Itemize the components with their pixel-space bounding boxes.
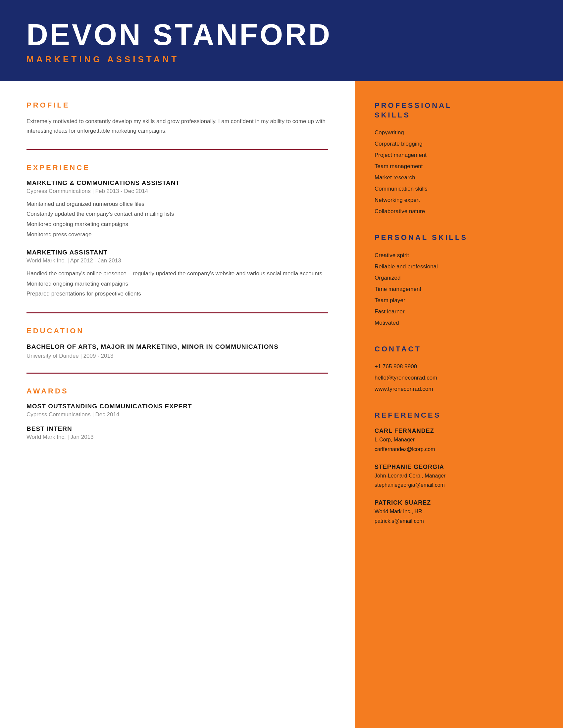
list-item: Market research — [375, 172, 543, 183]
list-item: Organized — [375, 272, 543, 284]
list-item: Team management — [375, 161, 543, 172]
award-2-title: Best Intern — [26, 425, 328, 432]
ref-2-name: STEPHANIE GEORGIA — [375, 464, 543, 471]
ref-3-email: patrick.s@email.com — [375, 517, 543, 526]
contact-website: www.tyroneconrad.com — [375, 384, 543, 395]
list-item: Collaborative nature — [375, 206, 543, 217]
awards-section: AWARDS Most Outstanding Communications E… — [26, 387, 328, 440]
edu-degree: BACHELOR OF ARTS, MAJOR IN MARKETING, MI… — [26, 342, 328, 351]
ref-2-role: John-Leonard Corp., Manager — [375, 471, 543, 481]
references-section: REFERENCES CARL FERNANDEZ L-Corp, Manage… — [375, 411, 543, 526]
contact-section: CONTACT +1 765 908 9900 hello@tyroneconr… — [375, 344, 543, 395]
profile-text: Extremely motivated to constantly develo… — [26, 117, 328, 136]
job-2-title: Marketing Assistant — [26, 249, 328, 256]
experience-section: EXPERIENCE Marketing & Communications As… — [26, 163, 328, 299]
profile-section: PROFILE Extremely motivated to constantl… — [26, 101, 328, 136]
personal-skills-section: PERSONAL SKILLS Creative spirit Reliable… — [375, 233, 543, 329]
list-item: Copywriting — [375, 127, 543, 138]
divider-3 — [26, 373, 328, 374]
job-2-bullets: Handled the company's online presence – … — [26, 269, 328, 299]
award-1-org: Cypress Communications | Dec 2014 — [26, 411, 328, 418]
experience-title: EXPERIENCE — [26, 163, 328, 172]
award-1: Most Outstanding Communications Expert C… — [26, 403, 328, 418]
award-2: Best Intern World Mark Inc. | Jan 2013 — [26, 425, 328, 440]
divider-2 — [26, 312, 328, 313]
job-1-title: Marketing & Communications Assistant — [26, 179, 328, 187]
list-item: Time management — [375, 284, 543, 295]
education-title: EDUCATION — [26, 327, 328, 335]
list-item: Corporate blogging — [375, 138, 543, 150]
personal-skills-title: PERSONAL SKILLS — [375, 233, 543, 243]
job-2: Marketing Assistant World Mark Inc. | Ap… — [26, 249, 328, 299]
list-item: Team player — [375, 295, 543, 306]
list-item: Fast learner — [375, 306, 543, 317]
list-item: Monitored ongoing marketing campaigns — [26, 219, 328, 230]
list-item: Monitored press coverage — [26, 230, 328, 240]
list-item: Maintained and organized numerous office… — [26, 199, 328, 209]
ref-3: PATRICK SUAREZ World Mark Inc., HR patri… — [375, 499, 543, 526]
edu-school: University of Dundee | 2009 - 2013 — [26, 353, 328, 359]
list-item: Networking expert — [375, 195, 543, 206]
list-item: Handled the company's online presence – … — [26, 269, 328, 279]
award-1-title: Most Outstanding Communications Expert — [26, 403, 328, 410]
personal-skills-list: Creative spirit Reliable and professiona… — [375, 250, 543, 329]
job-2-company: World Mark Inc. | Apr 2012 - Jan 2013 — [26, 257, 328, 264]
divider-1 — [26, 149, 328, 150]
candidate-name: DEVON STANFORD — [26, 20, 537, 50]
professional-skills-list: Copywriting Corporate blogging Project m… — [375, 127, 543, 217]
candidate-title: MARKETING ASSISTANT — [26, 54, 537, 65]
left-column: PROFILE Extremely motivated to constantl… — [0, 81, 355, 728]
resume-header: DEVON STANFORD MARKETING ASSISTANT — [0, 0, 563, 81]
ref-3-role: World Mark Inc., HR — [375, 507, 543, 517]
job-1-bullets: Maintained and organized numerous office… — [26, 199, 328, 240]
main-layout: PROFILE Extremely motivated to constantl… — [0, 81, 563, 728]
list-item: Prepared presentations for prospective c… — [26, 289, 328, 299]
education-section: EDUCATION BACHELOR OF ARTS, MAJOR IN MAR… — [26, 327, 328, 359]
list-item: Project management — [375, 150, 543, 161]
list-item: Communication skills — [375, 183, 543, 195]
ref-1-role: L-Corp, Manager — [375, 435, 543, 445]
ref-2: STEPHANIE GEORGIA John-Leonard Corp., Ma… — [375, 464, 543, 490]
contact-phone: +1 765 908 9900 — [375, 361, 543, 372]
list-item: Constantly updated the company's contact… — [26, 209, 328, 219]
professional-skills-section: PROFESSIONALSKILLS Copywriting Corporate… — [375, 101, 543, 217]
right-column: PROFESSIONALSKILLS Copywriting Corporate… — [355, 81, 563, 728]
contact-email: hello@tyroneconrad.com — [375, 372, 543, 384]
references-title: REFERENCES — [375, 411, 543, 420]
award-2-org: World Mark Inc. | Jan 2013 — [26, 434, 328, 440]
ref-3-name: PATRICK SUAREZ — [375, 499, 543, 506]
ref-1: CARL FERNANDEZ L-Corp, Manager carlferna… — [375, 428, 543, 454]
ref-1-name: CARL FERNANDEZ — [375, 428, 543, 434]
profile-title: PROFILE — [26, 101, 328, 110]
ref-1-email: carlfernandez@lcorp.com — [375, 445, 543, 454]
ref-2-email: stephaniegeorgia@email.com — [375, 480, 543, 490]
contact-title: CONTACT — [375, 344, 543, 354]
list-item: Reliable and professional — [375, 261, 543, 272]
list-item: Creative spirit — [375, 250, 543, 261]
professional-skills-title: PROFESSIONALSKILLS — [375, 101, 543, 120]
job-1-company: Cypress Communications | Feb 2013 - Dec … — [26, 188, 328, 195]
list-item: Motivated — [375, 317, 543, 329]
list-item: Monitored ongoing marketing campaigns — [26, 279, 328, 289]
awards-title: AWARDS — [26, 387, 328, 395]
job-1: Marketing & Communications Assistant Cyp… — [26, 179, 328, 240]
